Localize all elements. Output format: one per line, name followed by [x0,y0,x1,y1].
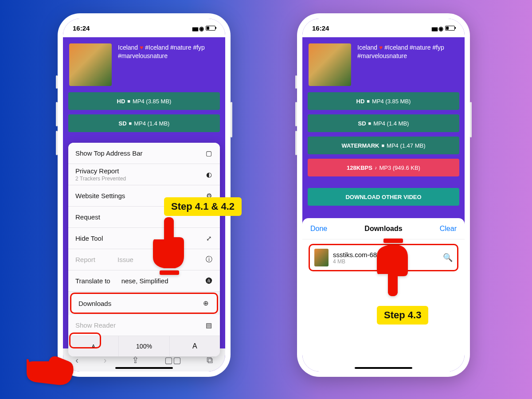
phone-side-button [56,131,58,155]
magnifier-icon[interactable]: 🔍 [443,253,453,262]
mp3-download-button[interactable]: 128KBPS ♪ MP3 (949.6 KB) [308,159,459,176]
phone-side-button [470,102,472,137]
report-issue-row[interactable]: Report Issue ⓘ [68,249,220,270]
aa-highlight [69,332,101,348]
status-time: 16:24 [312,24,329,32]
status-icons [431,24,455,32]
status-bar: 16:24 [302,19,465,37]
button-sub: MP4 (1.4 MB) [134,120,169,127]
svg-rect-5 [383,239,403,243]
row-label-part: Translate to [75,277,110,285]
button-label: HD [356,98,365,105]
home-indicator [115,367,173,369]
clear-button[interactable]: Clear [440,225,457,233]
row-label: Website Settings [75,192,125,200]
sd-download-button[interactable]: SD ■ MP4 (1.4 MB) [308,114,459,132]
home-indicator [355,367,412,369]
button-label: 128KBPS [347,164,372,171]
phone-side-button [231,102,232,137]
video-caption: Iceland ♥ #Iceland #nature #fyp #marvelo… [357,43,458,86]
button-label: SD [358,120,366,127]
button-label: DOWNLOAD OTHER VIDEO [345,194,421,200]
hd-download-button[interactable]: HD ■ MP4 (3.85 MB) [308,92,459,110]
downloads-title: Downloads [364,225,402,233]
phone-left: 16:24 Iceland ♥ #Iceland #nature #fyp #m… [58,13,231,377]
download-other-video-button[interactable]: DOWNLOAD OTHER VIDEO [308,188,459,206]
button-label: WATERMARK [341,142,379,149]
screen-left: 16:24 Iceland ♥ #Iceland #nature #fyp #m… [63,19,225,372]
phone-side-button [56,75,58,89]
reader-icon: ▤ [205,321,213,329]
downloads-row[interactable]: Downloads ⊕ [70,293,218,314]
translate-icon: 🅐 [205,277,213,285]
button-sub: MP4 (1.47 MB) [387,142,425,149]
music-icon: ♪ [375,165,377,170]
phone-side-button [295,131,297,155]
download-thumbnail [314,249,329,266]
signal-icon [431,24,437,32]
phone-side-button [295,75,297,89]
row-label-part: Report [75,256,95,263]
download-icon: ⊕ [202,299,210,307]
video-thumbnail [309,43,351,86]
row-label: Privacy Report [75,167,126,175]
row-label-rest: nese, Simplified [121,277,168,285]
button-label: SD [119,120,127,127]
row-subtitle: 2 Trackers Prevented [75,176,126,182]
wifi-icon [199,24,204,32]
info-icon: ⓘ [205,256,213,264]
step-4-3-label: Step 4.3 [377,306,428,325]
pointer-hand-icon [151,217,191,277]
download-buttons: HD ■ MP4 (3.85 MB) SD ■ MP4 (1.4 MB) WAT… [302,92,465,206]
expand-icon: ⤢ [205,235,213,243]
zoom-level: 100% [119,336,169,356]
status-bar: 16:24 [63,19,225,37]
hd-download-button[interactable]: HD ■ MP4 (3.85 MB) [68,92,220,110]
shield-icon: ◐ [205,171,213,179]
sd-download-button[interactable]: SD ■ MP4 (1.4 MB) [68,114,220,132]
downloads-header: Done Downloads Clear [302,218,465,239]
row-label: Downloads [78,300,111,307]
zoom-in-button[interactable]: A [170,336,220,356]
status-icons [192,24,215,32]
phone-side-button [295,102,297,126]
video-caption: Iceland ♥ #Iceland #nature #fyp #marvelo… [118,43,219,86]
hide-toolbar-row[interactable]: Hide Tool ⤢ [68,228,220,249]
row-label: Request [75,213,100,221]
video-icon: ■ [368,121,372,126]
step-4-1-4-2-label: Step 4.1 & 4.2 [164,197,242,216]
video-header: Iceland ♥ #Iceland #nature #fyp #marvelo… [63,37,225,92]
watermark-download-button[interactable]: WATERMARK ■ MP4 (1.47 MB) [308,137,459,154]
button-sub: MP4 (3.85 MB) [133,98,171,105]
signal-icon [192,24,197,32]
battery-icon [445,26,455,31]
video-thumbnail [69,43,112,86]
row-label: Show Top Address Bar [75,149,142,157]
video-icon: ■ [127,98,130,104]
translate-row[interactable]: Translate to nese, Simplified 🅐 [68,270,220,292]
download-buttons: HD ■ MP4 (3.85 MB) SD ■ MP4 (1.4 MB) [63,92,225,132]
caption-text: Iceland [357,44,379,51]
row-label: Show Reader [75,321,116,329]
pointer-hand-icon [27,350,75,392]
video-icon: ■ [367,98,370,104]
status-time: 16:24 [73,24,90,32]
safari-action-sheet: Show Top Address Bar ▢ Privacy Report 2 … [68,143,220,356]
caption-text: Iceland [118,44,140,51]
row-label: Hide Tool [75,235,103,242]
wifi-icon [438,24,443,32]
done-button[interactable]: Done [310,225,327,233]
video-icon: ■ [129,121,132,126]
addressbar-icon: ▢ [205,149,213,157]
svg-rect-1 [160,270,179,275]
button-label: HD [117,98,125,105]
button-sub: MP3 (949.6 KB) [379,164,420,171]
privacy-report-row[interactable]: Privacy Report 2 Trackers Prevented ◐ [68,164,220,185]
video-header: Iceland ♥ #Iceland #nature #fyp #marvelo… [302,37,465,92]
battery-icon [206,26,215,31]
button-sub: MP4 (3.85 MB) [372,98,411,105]
row-label-rest: Issue [117,256,133,263]
show-top-address-bar-row[interactable]: Show Top Address Bar ▢ [68,143,220,164]
phone-side-button [56,102,58,126]
video-icon: ■ [381,143,384,148]
